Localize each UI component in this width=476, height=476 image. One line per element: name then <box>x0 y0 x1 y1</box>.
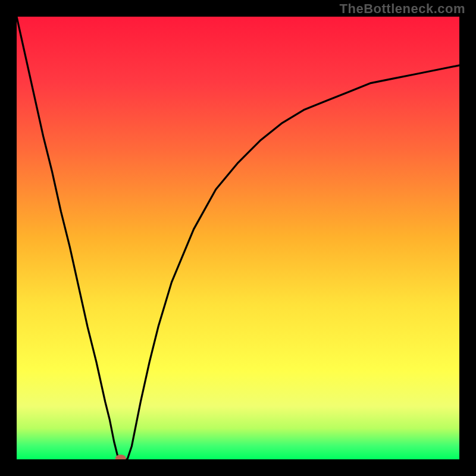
chart-container: TheBottleneck.com <box>0 0 476 476</box>
plot-area <box>17 17 459 459</box>
gradient-background <box>17 17 459 459</box>
chart-svg <box>17 17 459 459</box>
watermark-text: TheBottleneck.com <box>340 1 465 17</box>
